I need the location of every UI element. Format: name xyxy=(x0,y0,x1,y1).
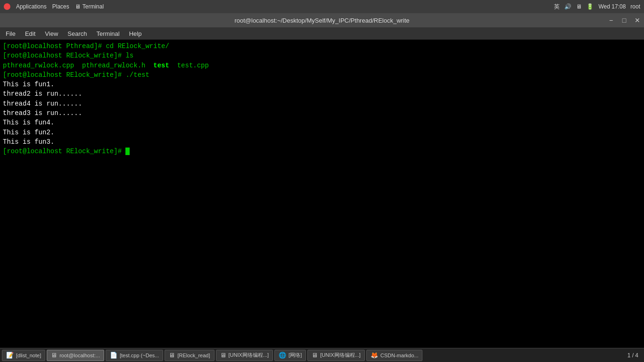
clock: Wed 17:08 xyxy=(598,3,626,10)
menu-item-help[interactable]: Help xyxy=(125,29,146,38)
taskbar-item-label: root@localhost:... xyxy=(59,353,100,358)
taskbar-item-icon: 📄 xyxy=(110,352,117,359)
taskbar-item[interactable]: 🖥root@localhost:... xyxy=(47,350,104,361)
taskbar-item[interactable]: 🌐[网络] xyxy=(274,350,306,361)
places-menu[interactable]: Places xyxy=(52,3,69,10)
menu-item-edit[interactable]: Edit xyxy=(21,29,39,38)
volume-icon: 🔊 xyxy=(564,3,571,10)
terminal-content[interactable]: [root@localhost Pthread]# cd RElock_writ… xyxy=(0,40,644,348)
taskbar-item-icon: 🖥 xyxy=(51,352,57,359)
taskbar-page: 1 / 4 xyxy=(624,352,642,359)
terminal-label[interactable]: Terminal xyxy=(83,3,104,10)
window-title: root@localhost:~/Desktop/MySelf/My_IPC/P… xyxy=(234,17,409,24)
terminal-line: thread3 is run...... xyxy=(3,108,641,118)
terminal-line: [root@localhost RElock_write]# ./test xyxy=(3,70,641,80)
terminal-line: This is fun2. xyxy=(3,128,641,137)
menu-item-search[interactable]: Search xyxy=(64,29,91,38)
terminal-line: This is fun3. xyxy=(3,137,641,147)
applications-menu[interactable]: Applications xyxy=(16,3,47,10)
taskbar-item-icon: 🖥 xyxy=(220,352,226,359)
lang-indicator: 英 xyxy=(554,3,560,11)
taskbar-item-icon: 🖥 xyxy=(312,352,318,359)
maximize-button[interactable]: □ xyxy=(618,13,631,27)
window-controls: − □ ✕ xyxy=(604,13,644,27)
taskbar-item-icon: 🌐 xyxy=(279,352,286,359)
terminal-line: thread2 is run...... xyxy=(3,89,641,99)
terminal-line: thread4 is run...... xyxy=(3,99,641,108)
battery-icon: 🔋 xyxy=(586,3,594,10)
terminal-line: This is fun4. xyxy=(3,118,641,127)
monitor-icon: 🖥 xyxy=(576,3,582,10)
taskbar-item[interactable]: 📄[test.cpp (~Des... xyxy=(106,350,163,361)
taskbar-item[interactable]: 🖥[RElock_read] xyxy=(165,350,214,361)
terminal-menu-icon: 🖥 Terminal xyxy=(75,3,104,10)
taskbar-item[interactable]: 🖥[UNIX网络编程...] xyxy=(307,350,365,361)
title-bar: root@localhost:~/Desktop/MySelf/My_IPC/P… xyxy=(0,13,644,27)
terminal-line: pthread_rwlock.cpp pthread_rwlock.h test… xyxy=(3,61,641,70)
terminal-line: [root@localhost RElock_write]# ls xyxy=(3,51,641,60)
user-label: root xyxy=(630,3,640,10)
taskbar-item-label: [网络] xyxy=(289,352,302,359)
taskbar-item-label: [UNIX网络编程...] xyxy=(320,352,361,359)
taskbar-item-label: [dlist_note] xyxy=(16,353,41,358)
terminal-window: root@localhost:~/Desktop/MySelf/My_IPC/P… xyxy=(0,13,644,348)
taskbar-item-label: [UNIX网络编程...] xyxy=(229,352,269,359)
taskbar-item-label: CSDN-markdo... xyxy=(380,353,419,358)
terminal-line: This is fun1. xyxy=(3,80,641,89)
terminal-cursor xyxy=(125,148,129,155)
taskbar: 📝[dlist_note]🖥root@localhost:...📄[test.c… xyxy=(0,348,644,362)
terminal-line: [root@localhost RElock_write]# xyxy=(3,147,641,156)
taskbar-item[interactable]: 🖥[UNIX网络编程...] xyxy=(216,350,273,361)
menu-item-terminal[interactable]: Terminal xyxy=(93,29,124,38)
taskbar-item-icon: 🦊 xyxy=(371,352,378,359)
menu-item-file[interactable]: File xyxy=(2,29,19,38)
taskbar-item-icon: 📝 xyxy=(6,352,14,359)
taskbar-item[interactable]: 📝[dlist_note] xyxy=(2,350,45,361)
taskbar-item-icon: 🖥 xyxy=(169,352,175,359)
taskbar-item-label: [RElock_read] xyxy=(177,353,210,358)
minimize-button[interactable]: − xyxy=(604,13,618,27)
taskbar-item-label: [test.cpp (~Des... xyxy=(120,353,159,358)
menu-bar: FileEditViewSearchTerminalHelp xyxy=(0,27,644,40)
close-button[interactable]: ✕ xyxy=(631,13,644,27)
terminal-line: [root@localhost Pthread]# cd RElock_writ… xyxy=(3,41,641,51)
app-icon xyxy=(4,3,10,10)
taskbar-item[interactable]: 🦊CSDN-markdo... xyxy=(366,350,423,361)
menu-item-view[interactable]: View xyxy=(41,29,62,38)
system-bar: Applications Places 🖥 Terminal 英 🔊 🖥 🔋 W… xyxy=(0,0,644,13)
